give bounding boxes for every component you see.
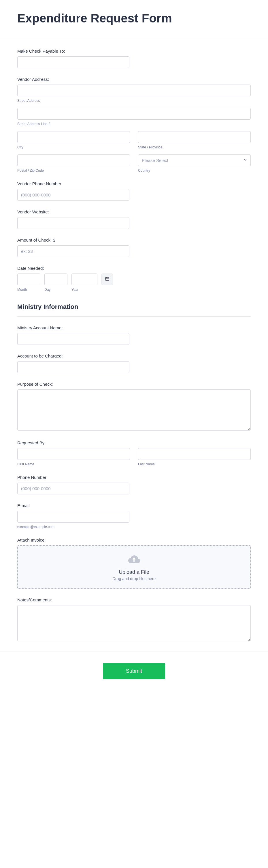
day-input[interactable] [44, 274, 68, 285]
title-divider [0, 37, 268, 37]
email-hint: example@example.com [17, 525, 129, 529]
ministry-account-name-label: Ministry Account Name: [17, 325, 251, 330]
month-input[interactable] [17, 274, 41, 285]
country-sublabel: Country [138, 168, 251, 173]
calendar-button[interactable] [102, 274, 113, 285]
amount-input[interactable] [17, 245, 129, 257]
calendar-icon [105, 276, 109, 282]
attach-label: Attach Invoice: [17, 537, 251, 542]
postal-sublabel: Postal / Zip Code [17, 168, 130, 173]
notes-textarea[interactable] [17, 605, 251, 641]
vendor-website-input[interactable] [17, 217, 129, 229]
footer-divider [0, 651, 268, 651]
vendor-website-label: Vendor Website: [17, 209, 251, 214]
upload-title: Upload a File [23, 569, 245, 575]
submit-button[interactable]: Submit [103, 663, 165, 679]
notes-label: Notes/Comments: [17, 597, 251, 602]
state-sublabel: State / Province [138, 145, 251, 149]
city-sublabel: City [17, 145, 130, 149]
requested-by-label: Requested By: [17, 440, 251, 445]
amount-label: Amount of Check: $ [17, 238, 251, 243]
payee-label: Make Check Payable To: [17, 49, 251, 54]
state-input[interactable] [138, 131, 251, 143]
city-input[interactable] [17, 131, 130, 143]
email-input[interactable] [17, 511, 129, 523]
purpose-textarea[interactable] [17, 390, 251, 431]
first-name-input[interactable] [17, 448, 130, 460]
email-label: E-mail [17, 503, 251, 508]
cloud-upload-icon [23, 554, 245, 566]
last-name-sublabel: Last Name [138, 462, 251, 466]
postal-input[interactable] [17, 154, 130, 166]
vendor-address-label: Vendor Address: [17, 77, 251, 82]
street-sublabel: Street Address [17, 99, 251, 103]
page-title: Expenditure Request Form [17, 11, 251, 25]
vendor-phone-label: Vendor Phone Number: [17, 181, 251, 186]
country-select[interactable]: Please Select [138, 154, 251, 166]
date-needed-label: Date Needed: [17, 266, 251, 271]
day-sublabel: Day [44, 288, 68, 291]
ministry-section-title: Ministry Information [17, 303, 251, 311]
street2-sublabel: Street Address Line 2 [17, 122, 251, 126]
ministry-account-name-input[interactable] [17, 333, 129, 345]
upload-zone[interactable]: Upload a File Drag and drop files here [17, 545, 251, 589]
street-input[interactable] [17, 85, 251, 96]
year-input[interactable] [72, 274, 98, 285]
first-name-sublabel: First Name [17, 462, 130, 466]
upload-subtitle: Drag and drop files here [23, 577, 245, 581]
phone-label: Phone Number [17, 475, 251, 480]
vendor-phone-input[interactable] [17, 189, 129, 201]
phone-input[interactable] [17, 483, 129, 494]
ministry-divider [17, 316, 251, 317]
month-sublabel: Month [17, 288, 41, 291]
account-charged-input[interactable] [17, 361, 129, 373]
last-name-input[interactable] [138, 448, 251, 460]
svg-rect-0 [105, 277, 109, 280]
street2-input[interactable] [17, 108, 251, 120]
account-charged-label: Account to be Charged: [17, 353, 251, 359]
payee-input[interactable] [17, 56, 129, 68]
purpose-label: Purpose of Check: [17, 382, 251, 386]
year-sublabel: Year [72, 288, 98, 291]
